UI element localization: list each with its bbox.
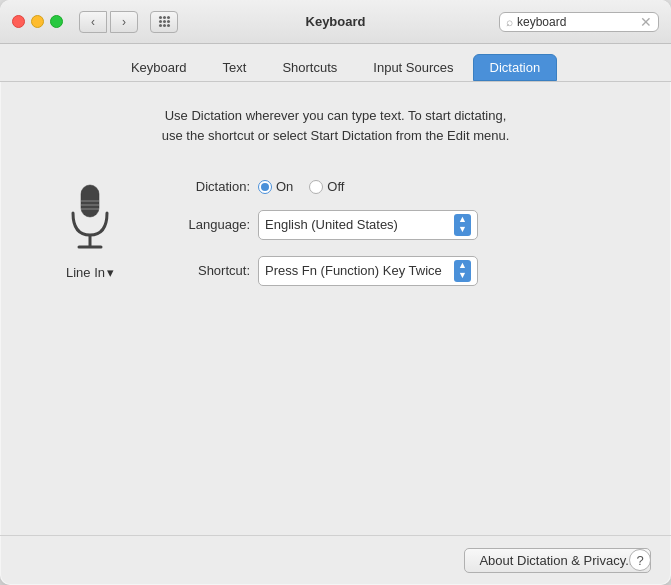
tab-dictation[interactable]: Dictation [473,54,558,81]
shortcut-row: Shortcut: Press Fn (Function) Key Twice … [160,256,631,286]
microphone-section: Line In ▾ [40,179,140,280]
grid-view-button[interactable] [150,11,178,33]
help-button[interactable]: ? [629,549,651,571]
dictation-off-label: Off [327,179,344,194]
dictation-row: Dictation: On Off [160,179,631,194]
bottom-bar: About Dictation & Privacy... ? [0,535,671,585]
dictation-off-radio[interactable] [309,180,323,194]
microphone-icon [60,179,120,259]
minimize-button[interactable] [31,15,44,28]
tab-keyboard[interactable]: Keyboard [114,54,204,81]
about-dictation-button[interactable]: About Dictation & Privacy... [464,548,651,573]
language-label: Language: [160,217,250,232]
nav-buttons: ‹ › [79,11,138,33]
main-area: Line In ▾ Dictation: On [40,169,631,286]
language-value: English (United States) [265,217,398,232]
search-clear-button[interactable]: ✕ [640,15,652,29]
dictation-off-option[interactable]: Off [309,179,344,194]
line-in-selector[interactable]: Line In ▾ [66,265,114,280]
tab-text[interactable]: Text [206,54,264,81]
tabs-bar: Keyboard Text Shortcuts Input Sources Di… [0,44,671,82]
description-line2: use the shortcut or select Start Dictati… [40,126,631,146]
language-arrows-icon: ▲ ▼ [454,214,471,236]
grid-icon [159,16,170,27]
back-button[interactable]: ‹ [79,11,107,33]
shortcut-value: Press Fn (Function) Key Twice [265,263,442,278]
dictation-radio-group: On Off [258,179,344,194]
tab-input-sources[interactable]: Input Sources [356,54,470,81]
language-row: Language: English (United States) ▲ ▼ [160,210,631,240]
close-button[interactable] [12,15,25,28]
maximize-button[interactable] [50,15,63,28]
line-in-chevron: ▾ [107,265,114,280]
dictation-on-option[interactable]: On [258,179,293,194]
tab-shortcuts[interactable]: Shortcuts [265,54,354,81]
search-bar[interactable]: ⌕ ✕ [499,12,659,32]
window-title: Keyboard [306,14,366,29]
search-input[interactable] [517,15,636,29]
shortcut-arrows-icon: ▲ ▼ [454,260,471,282]
search-icon: ⌕ [506,15,513,29]
dictation-on-label: On [276,179,293,194]
settings-section: Dictation: On Off [160,179,631,286]
dictation-on-radio[interactable] [258,180,272,194]
dictation-label: Dictation: [160,179,250,194]
line-in-text: Line In [66,265,105,280]
shortcut-label: Shortcut: [160,263,250,278]
description-line1: Use Dictation wherever you can type text… [40,106,631,126]
title-bar: ‹ › Keyboard ⌕ ✕ [0,0,671,44]
forward-button[interactable]: › [110,11,138,33]
description-text: Use Dictation wherever you can type text… [40,106,631,145]
content-area: Use Dictation wherever you can type text… [0,82,671,535]
traffic-lights [12,15,63,28]
shortcut-select[interactable]: Press Fn (Function) Key Twice ▲ ▼ [258,256,478,286]
keyboard-preferences-window: ‹ › Keyboard ⌕ ✕ Keyboard Text Shortcuts… [0,0,671,585]
language-select[interactable]: English (United States) ▲ ▼ [258,210,478,240]
